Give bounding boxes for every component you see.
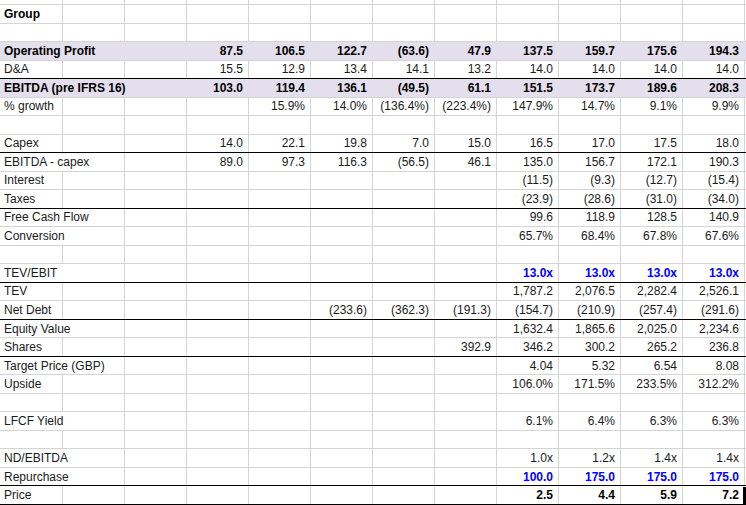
value-cell[interactable]: 13.0x <box>497 264 559 282</box>
cell[interactable] <box>435 227 497 245</box>
cell[interactable] <box>249 227 311 245</box>
cell[interactable] <box>373 357 435 375</box>
cell[interactable] <box>63 246 125 264</box>
cell[interactable] <box>249 5 311 23</box>
cell[interactable] <box>125 338 187 356</box>
value-cell[interactable]: 61.1 <box>435 79 497 97</box>
value-cell[interactable]: 19.8 <box>311 135 373 153</box>
cell[interactable] <box>621 5 683 23</box>
cell[interactable] <box>63 172 125 190</box>
row-label[interactable]: Interest <box>0 172 63 190</box>
value-cell[interactable]: (191.3) <box>435 301 497 319</box>
value-cell[interactable]: 67.6% <box>683 227 745 245</box>
row-label[interactable]: Conversion <box>0 227 125 245</box>
value-cell[interactable]: 190.3 <box>683 153 745 171</box>
cell[interactable] <box>187 394 249 412</box>
cell[interactable] <box>311 394 373 412</box>
cell[interactable] <box>249 0 311 4</box>
cell[interactable] <box>435 486 497 504</box>
row-label[interactable]: ND/EBITDA <box>0 449 125 467</box>
value-cell[interactable]: (15.4) <box>683 172 745 190</box>
value-cell[interactable]: 122.7 <box>311 42 373 60</box>
cell[interactable] <box>249 320 311 338</box>
cell[interactable] <box>435 172 497 190</box>
value-cell[interactable]: 1,865.6 <box>559 320 621 338</box>
cell[interactable] <box>187 116 249 134</box>
value-cell[interactable]: 106.0% <box>497 375 559 393</box>
value-cell[interactable]: 128.5 <box>621 209 683 227</box>
value-cell[interactable]: 2,076.5 <box>559 283 621 301</box>
cell[interactable] <box>187 412 249 430</box>
value-cell[interactable]: 6.3% <box>683 412 745 430</box>
cell[interactable] <box>497 246 559 264</box>
value-cell[interactable]: 175.0 <box>559 468 621 486</box>
cell[interactable] <box>311 5 373 23</box>
value-cell[interactable]: (136.4%) <box>373 98 435 116</box>
cell[interactable] <box>373 5 435 23</box>
cell[interactable] <box>435 209 497 227</box>
cell[interactable] <box>373 227 435 245</box>
cell[interactable] <box>311 190 373 208</box>
cell[interactable] <box>559 431 621 449</box>
cell[interactable] <box>63 116 125 134</box>
cell[interactable] <box>125 116 187 134</box>
value-cell[interactable]: (49.5) <box>373 79 435 97</box>
cell[interactable] <box>63 486 125 504</box>
cell[interactable] <box>63 0 125 4</box>
cell[interactable] <box>63 5 125 23</box>
value-cell[interactable]: 2.5 <box>497 486 559 504</box>
value-cell[interactable]: 175.6 <box>621 42 683 60</box>
value-cell[interactable]: 2,526.1 <box>683 283 745 301</box>
cell[interactable] <box>125 190 187 208</box>
value-cell[interactable]: 99.6 <box>497 209 559 227</box>
cell[interactable] <box>373 338 435 356</box>
cell[interactable] <box>63 431 125 449</box>
value-cell[interactable]: 89.0 <box>187 153 249 171</box>
cell[interactable] <box>373 190 435 208</box>
cell[interactable] <box>0 394 63 412</box>
value-cell[interactable]: 236.8 <box>683 338 745 356</box>
cell[interactable] <box>249 375 311 393</box>
value-cell[interactable]: 1.0x <box>497 449 559 467</box>
cell[interactable] <box>249 468 311 486</box>
cell[interactable] <box>125 172 187 190</box>
cell[interactable] <box>373 394 435 412</box>
cell[interactable] <box>187 227 249 245</box>
cell[interactable] <box>435 394 497 412</box>
cell[interactable] <box>621 116 683 134</box>
cell[interactable] <box>187 468 249 486</box>
cell[interactable] <box>621 246 683 264</box>
cell[interactable] <box>125 0 187 4</box>
cell[interactable] <box>559 394 621 412</box>
cell[interactable] <box>187 0 249 4</box>
cell[interactable] <box>435 431 497 449</box>
cell[interactable] <box>187 264 249 282</box>
cell[interactable] <box>187 338 249 356</box>
cell[interactable] <box>559 24 621 42</box>
value-cell[interactable]: 265.2 <box>621 338 683 356</box>
value-cell[interactable]: 15.9% <box>249 98 311 116</box>
value-cell[interactable]: 46.1 <box>435 153 497 171</box>
value-cell[interactable]: 6.4% <box>559 412 621 430</box>
cell[interactable] <box>125 264 187 282</box>
cell[interactable] <box>621 394 683 412</box>
cell[interactable] <box>63 24 125 42</box>
cell[interactable] <box>683 0 745 4</box>
cell[interactable] <box>125 320 187 338</box>
cell[interactable] <box>497 0 559 4</box>
cell[interactable] <box>187 431 249 449</box>
value-cell[interactable]: (362.3) <box>373 301 435 319</box>
cell[interactable] <box>63 98 125 116</box>
cell[interactable] <box>435 449 497 467</box>
cell[interactable] <box>435 24 497 42</box>
cell[interactable] <box>249 264 311 282</box>
cell[interactable] <box>125 135 187 153</box>
row-label[interactable]: EBITDA - capex <box>0 153 125 171</box>
cell[interactable] <box>435 375 497 393</box>
value-cell[interactable]: 1.4x <box>621 449 683 467</box>
cell[interactable] <box>497 24 559 42</box>
cell[interactable] <box>0 246 63 264</box>
row-label[interactable]: LFCF Yield <box>0 412 125 430</box>
cell[interactable] <box>0 431 63 449</box>
cell[interactable] <box>683 24 745 42</box>
